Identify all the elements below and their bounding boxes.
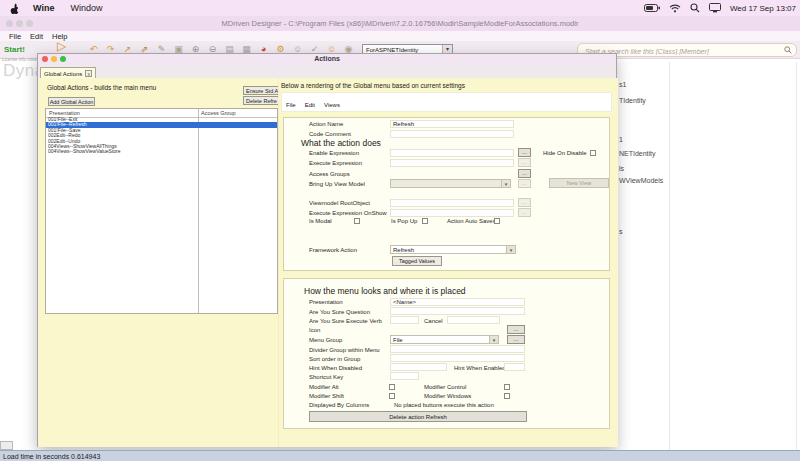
action-auto-saves-label: Action Auto Saves: [447, 218, 496, 224]
column-presentation[interactable]: Presentation: [49, 110, 80, 116]
window-title: MDriven Designer - C:\Program Files (x86…: [0, 19, 800, 28]
cancel-label: Cancel: [424, 318, 443, 324]
left-pane-heading: Global Actions - builds the main menu: [47, 84, 156, 91]
start-button[interactable]: Start!: [4, 45, 25, 54]
tab-close-icon[interactable]: x: [85, 70, 92, 77]
tree-item-fragment: s: [619, 228, 623, 235]
mac-menubar: Wine Window Wed 17 Sep 13:07: [0, 0, 800, 17]
sort-order-field[interactable]: [390, 354, 525, 362]
tagged-values-button[interactable]: Tagged Values: [392, 256, 442, 266]
tree-item-fragment: ls: [619, 165, 624, 172]
action-name-field[interactable]: Refresh: [390, 120, 514, 128]
viewmodel-rootobject-field[interactable]: [390, 199, 514, 207]
divider-group-field[interactable]: [390, 345, 525, 353]
app-menubar: FileEditHelp: [0, 31, 800, 41]
hide-on-disable-label: Hide On Disable: [543, 150, 587, 156]
search-icon[interactable]: [784, 46, 792, 54]
code-comment-label: Code Comment: [309, 131, 351, 137]
no-placed-buttons-note: No placed buttons execute this action: [394, 402, 494, 408]
action-row[interactable]: 004Views--ShowViewValueStore: [46, 149, 277, 154]
enable-expression-field[interactable]: [390, 149, 514, 157]
preview-menu-views[interactable]: Views: [324, 102, 340, 108]
modifier-alt-checkbox[interactable]: [389, 384, 395, 390]
execute-expression-label: Execute Expression: [309, 160, 362, 166]
menu-group-ellipsis-button[interactable]: ...: [507, 335, 525, 344]
new-view-button[interactable]: New View: [549, 178, 609, 188]
enable-expression-ellipsis-button[interactable]: ...: [518, 148, 531, 157]
is-pop-up-checkbox[interactable]: [422, 218, 428, 224]
viewmodel-rootobject-ellipsis-button[interactable]: ...: [518, 198, 531, 207]
icon-label: Icon: [309, 327, 320, 333]
play-icon[interactable]: ▷: [56, 41, 67, 52]
tree-item-fragment: s1: [619, 81, 626, 88]
actions-dialog: Actions Global Actions x Global Actions …: [37, 53, 617, 447]
bring-up-view-model-ellipsis-button[interactable]: ...: [518, 179, 531, 188]
hide-on-disable-checkbox[interactable]: [590, 150, 596, 156]
shortcut-key-field[interactable]: [390, 372, 419, 380]
chevron-down-icon[interactable]: ▾: [489, 336, 498, 343]
wifi-icon[interactable]: [669, 4, 681, 13]
viewmodel-rootobject-label: Viewmodel RootObject: [309, 200, 370, 206]
apple-icon[interactable]: [10, 3, 19, 14]
modifier-control-label: Modifier Control: [424, 384, 466, 390]
menu-group-dropdown[interactable]: File ▾: [390, 335, 499, 344]
modifier-alt-label: Modifier Alt: [309, 384, 339, 390]
battery-icon[interactable]: [644, 4, 660, 12]
execute-expression-ellipsis-button[interactable]: ...: [518, 158, 531, 167]
execute-expression-onshow-label: Execute Expression OnShow: [309, 210, 387, 216]
modifier-shift-label: Modifier Shift: [309, 393, 344, 399]
are-you-sure-question-label: Are You Sure Question: [309, 309, 370, 315]
action-auto-saves-checkbox[interactable]: [494, 218, 500, 224]
hint-when-disabled-label: Hint When Disabled: [309, 365, 362, 371]
framework-action-dropdown[interactable]: Refresh ▾: [390, 245, 516, 254]
column-access-group[interactable]: Access Group: [201, 110, 236, 116]
execute-verb-field[interactable]: [390, 316, 419, 324]
cancel-verb-field[interactable]: [447, 316, 500, 324]
app-menu-file[interactable]: File: [9, 32, 21, 41]
modifier-control-checkbox[interactable]: [504, 384, 510, 390]
global-menu-preview: FileEditViews: [281, 92, 612, 112]
hint-when-enabled-field[interactable]: [504, 363, 525, 371]
load-time-text: Load time in seconds 0.614943: [3, 453, 100, 460]
enable-expression-label: Enable Expression: [309, 150, 359, 156]
modifier-shift-checkbox[interactable]: [389, 393, 395, 399]
global-actions-list[interactable]: Presentation Access Group 001!File--Exit…: [45, 108, 278, 314]
modifier-windows-checkbox[interactable]: [504, 393, 510, 399]
displayed-by-columns-label: Displayed By Columns: [309, 402, 369, 408]
menu-group-label: Menu Group: [309, 337, 342, 343]
are-you-sure-question-field[interactable]: [390, 307, 525, 315]
panel-divider: [669, 62, 670, 450]
preview-menu-edit[interactable]: Edit: [305, 102, 315, 108]
delete-action-refresh-button[interactable]: Delete action Refresh: [309, 411, 527, 422]
menubar-clock[interactable]: Wed 17 Sep 13:07: [730, 4, 796, 13]
access-groups-ellipsis-button[interactable]: ...: [518, 169, 531, 178]
execute-expression-onshow-field[interactable]: [390, 209, 514, 217]
is-modal-checkbox[interactable]: [354, 218, 360, 224]
group-what-action-does: Action Name Refresh Code Comment What th…: [283, 117, 610, 271]
hint-when-disabled-field[interactable]: [390, 363, 447, 371]
ensure-std-actions-button[interactable]: Ensure Std A: [243, 86, 278, 95]
sort-order-label: Sort order in Group: [309, 356, 360, 362]
spotlight-icon[interactable]: [690, 3, 700, 13]
execute-expression-onshow-ellipsis-button[interactable]: ...: [518, 208, 531, 217]
display-icon[interactable]: [709, 3, 721, 13]
code-comment-field[interactable]: [390, 130, 514, 138]
preview-menu-file[interactable]: File: [286, 102, 296, 108]
app-menu-edit[interactable]: Edit: [30, 32, 43, 41]
divider-group-label: Divider Group within Menu: [309, 347, 380, 353]
icon-ellipsis-button[interactable]: ...: [507, 325, 525, 334]
menu-window[interactable]: Window: [70, 3, 102, 13]
delete-refresh-button[interactable]: Delete Refre: [243, 96, 278, 105]
menu-wine[interactable]: Wine: [33, 3, 54, 13]
are-you-sure-execute-verb-label: Are You Sure Execute Verb: [309, 318, 382, 324]
execute-expression-field[interactable]: [390, 159, 514, 167]
bring-up-view-model-dropdown[interactable]: ▾: [390, 179, 511, 188]
chevron-down-icon[interactable]: ▾: [506, 246, 515, 253]
presentation-field[interactable]: <Name>: [390, 298, 525, 306]
pane-divider: [278, 78, 279, 447]
dialog-content: Global Actions - builds the main menu Ad…: [38, 78, 618, 447]
corner-widget: [0, 441, 13, 450]
action-list-rows: 001!File--Exit001!File--Refresh001!File-…: [46, 117, 277, 155]
framework-action-label: Framework Action: [309, 247, 357, 253]
add-global-action-button[interactable]: Add Global Action: [48, 97, 95, 106]
